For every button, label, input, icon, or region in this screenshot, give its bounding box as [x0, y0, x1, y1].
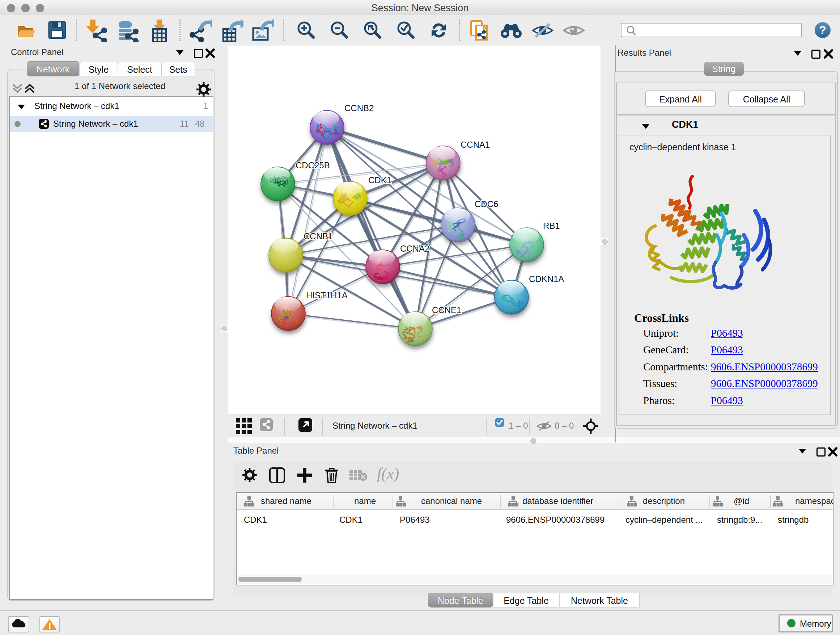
svg-text:CDK1: CDK1 [368, 175, 392, 185]
svg-text:CCNA2: CCNA2 [400, 244, 429, 253]
svg-text:CCNE1: CCNE1 [432, 305, 461, 315]
svg-text:CDKN1A: CDKN1A [529, 274, 564, 284]
svg-text:CCNA1: CCNA1 [461, 140, 490, 149]
svg-text:CCNB1: CCNB1 [303, 231, 333, 241]
svg-text:CDC25B: CDC25B [295, 160, 330, 170]
svg-text:CDC6: CDC6 [475, 199, 498, 209]
svg-text:RB1: RB1 [543, 221, 560, 231]
svg-text:?: ? [819, 24, 826, 36]
svg-text:CCNB2: CCNB2 [344, 103, 374, 113]
svg-text:HIST1H1A: HIST1H1A [306, 290, 347, 300]
